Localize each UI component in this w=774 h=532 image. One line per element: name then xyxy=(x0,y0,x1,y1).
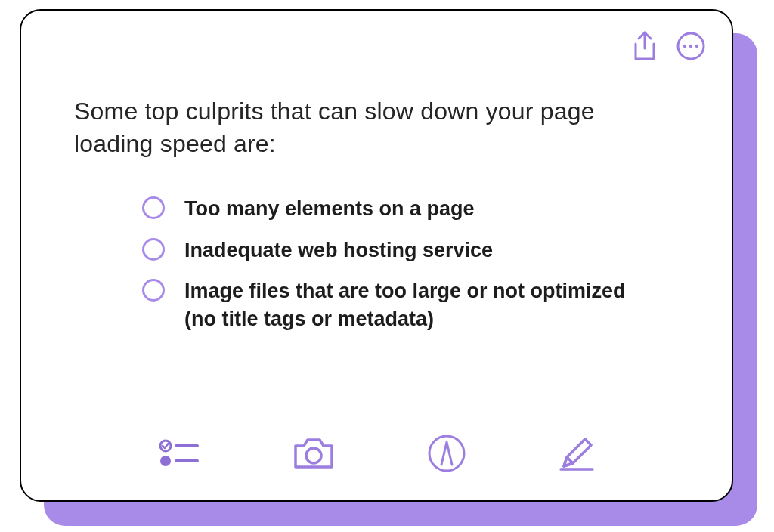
note-card: Some top culprits that can slow down you… xyxy=(20,9,733,502)
app-stage: Some top culprits that can slow down you… xyxy=(0,0,774,532)
culprit-list: Too many elements on a page Inadequate w… xyxy=(74,195,679,332)
camera-button[interactable] xyxy=(292,435,336,472)
share-icon xyxy=(630,30,659,62)
list-item-label: Image files that are too large or not op… xyxy=(184,277,649,332)
draw-button[interactable] xyxy=(427,434,466,473)
list-item-label: Too many elements on a page xyxy=(184,195,475,222)
more-button[interactable] xyxy=(676,31,706,61)
camera-icon xyxy=(292,435,336,472)
card-top-actions xyxy=(21,11,732,62)
bullet-circle-icon xyxy=(142,238,165,261)
checklist-button[interactable] xyxy=(158,437,200,470)
pencil-icon xyxy=(558,435,596,472)
list-item[interactable]: Too many elements on a page xyxy=(142,195,649,222)
bullet-circle-icon xyxy=(142,279,165,302)
list-item[interactable]: Inadequate web hosting service xyxy=(142,237,649,264)
svg-point-6 xyxy=(160,456,171,466)
svg-point-3 xyxy=(695,45,698,48)
list-item[interactable]: Image files that are too large or not op… xyxy=(142,277,649,332)
svg-point-2 xyxy=(689,45,692,48)
svg-point-8 xyxy=(306,448,321,463)
checklist-icon xyxy=(158,437,200,470)
svg-point-1 xyxy=(683,45,686,48)
card-body: Some top culprits that can slow down you… xyxy=(21,62,732,434)
list-item-label: Inadequate web hosting service xyxy=(184,237,493,264)
bullet-circle-icon xyxy=(142,196,165,219)
draw-icon xyxy=(427,434,466,473)
intro-text: Some top culprits that can slow down you… xyxy=(74,95,679,160)
bottom-toolbar xyxy=(21,434,732,500)
share-button[interactable] xyxy=(630,30,659,62)
edit-button[interactable] xyxy=(558,435,596,472)
more-icon xyxy=(676,31,706,61)
